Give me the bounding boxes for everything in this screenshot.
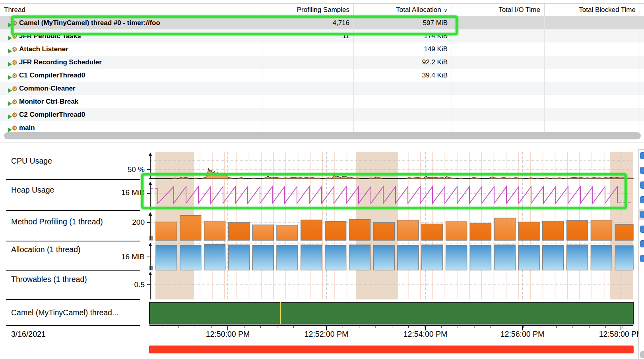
row-axis-tick-label-throw: 0.5 [95,280,145,290]
row-axis-tick-label-method: 200 [95,218,145,227]
row-separator [6,325,140,326]
allocation-bar [180,245,201,270]
chart-control-button[interactable] [640,152,644,159]
row-label-alloc: Allocation (1 thread) [11,245,81,254]
method-profiling-bar [422,224,443,240]
method-profiling-bar [228,222,249,240]
allocation-bar [373,245,394,270]
row-axis-tick-label-alloc: 16 MiB [95,252,145,262]
allocation-bar [204,244,225,270]
time-tick-label: 12:58:00 PM [585,329,644,339]
row-separator [6,210,140,211]
allocation-bar [398,245,419,270]
thread-lifeline-bar [149,302,633,324]
time-tick-label: 12:56:00 PM [487,329,558,339]
chart-control-button[interactable] [640,226,644,233]
allocation-bar [518,245,539,270]
method-profiling-bar [591,220,612,240]
method-profiling-bar [446,222,467,240]
row-label-heap: Heap Usage [11,185,54,195]
method-profiling-bar [156,222,177,240]
method-profiling-bar [543,221,564,240]
row-separator [6,270,140,271]
chart-control-button[interactable] [640,181,644,189]
row-label-cpu: CPU Usage [11,156,52,166]
chart-control-button[interactable] [640,255,644,262]
method-profiling-bar [252,225,274,240]
allocation-bar [494,245,515,270]
allocation-bar [422,245,443,270]
marker-annotation-heap-chart-highlight [141,173,627,209]
allocation-bar [591,245,612,270]
timeline-range-scrollbar [149,346,633,353]
row-separator [6,299,140,300]
row-label-throw: Throwables (1 thread) [11,274,87,284]
allocation-bar [301,245,322,270]
allocation-bar [277,245,298,270]
row-label-lifeline: Camel (MyTinyCamel) thread... [11,308,118,317]
allocation-bar [615,246,633,270]
time-tick-label: 12:50:00 PM [192,329,264,339]
method-profiling-bar [470,223,491,240]
chart-control-button[interactable] [640,211,644,218]
chart-control-button[interactable] [640,167,644,174]
method-profiling-bar [615,224,633,240]
method-profiling-bar [204,221,225,240]
method-profiling-bar [398,220,419,240]
method-profiling-bar [301,220,322,240]
profiler-window: ThreadProfiling SamplesTotal Allocation∨… [0,0,644,359]
allocation-bar [228,245,249,270]
chart-control-button[interactable] [640,240,644,247]
method-profiling-bar [494,218,515,240]
allocation-bar [349,245,370,270]
method-profiling-bar [349,220,370,240]
method-profiling-bar [180,216,201,240]
marker-annotation-table-row-highlight [11,15,458,35]
panel-scroll-grip[interactable] [640,351,644,358]
method-profiling-bar [277,225,298,240]
allocation-bar [470,245,491,270]
allocation-bar [543,245,564,270]
row-axis-tick-label-cpu: 50 % [95,165,145,174]
row-label-method: Method Profiling (1 thread) [11,217,103,226]
date-label: 3/16/2021 [11,329,46,339]
time-tick-label: 12:52:00 PM [291,329,362,339]
method-profiling-bar [518,222,539,240]
allocation-bar [567,245,588,270]
method-profiling-bar [373,222,394,240]
time-tick-label: 12:54:00 PM [390,329,461,339]
allocation-bar [446,245,467,270]
method-profiling-bar [567,220,588,240]
row-separator [6,179,140,180]
chart-control-button[interactable] [640,196,644,203]
allocation-bar [252,245,274,270]
allocation-bar [325,245,346,270]
chart-controls-strip [638,149,644,359]
row-axis-tick-label-heap: 16 MiB [95,188,145,197]
row-separator [6,241,140,241]
method-profiling-bar [325,221,346,240]
allocation-bar [156,245,177,270]
